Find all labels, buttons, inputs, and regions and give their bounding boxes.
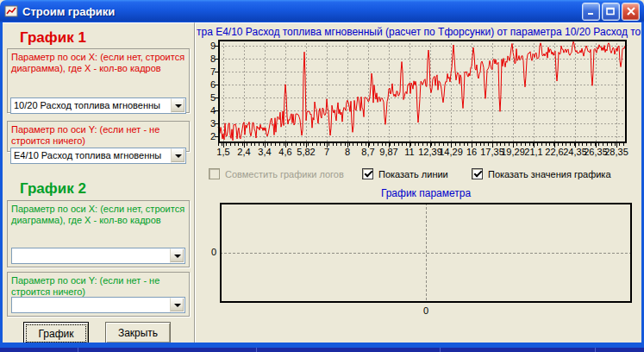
main-chart-plot [218, 40, 627, 149]
graph2-heading: График 2 [20, 180, 86, 198]
plot-button-label: График [26, 324, 86, 343]
app-icon [4, 4, 18, 18]
graph1-y-combobox-value: Е4/10 Расход топлива мгновенны [11, 148, 171, 163]
app-window: Строим графики График 1 Параметр по оси … [0, 0, 644, 352]
close-icon[interactable] [622, 3, 640, 21]
charts-area: тра Е4/10 Расход топлива мгновенный (рас… [196, 22, 641, 343]
chevron-down-icon[interactable] [171, 148, 185, 163]
close-dialog-button[interactable]: Закрыть [105, 322, 171, 343]
background-window-strip [0, 348, 644, 352]
x-tick-label: 2,4 [237, 147, 250, 157]
x-tick-label: 14,29 [439, 147, 463, 157]
minimize-button[interactable] [582, 3, 600, 21]
controls-panel: График 1 Параметр по оси X: (если нет, с… [3, 22, 195, 343]
y-tick-label: 2 [196, 131, 216, 141]
x-tick-label: 7 [324, 147, 329, 157]
graph1-x-combo-holder: 10/20 Расход топлива мгновенны [7, 96, 190, 116]
graph1-x-combobox-value: 10/20 Расход топлива мгновенны [11, 98, 171, 113]
x-tick-label: 19,29 [501, 147, 525, 157]
graph2-y-combobox[interactable] [11, 297, 185, 313]
y-tick-label: 9 [196, 41, 216, 51]
y-tick-label: 3 [196, 118, 216, 129]
param-chart-plot [220, 203, 632, 303]
chevron-down-icon[interactable] [170, 248, 184, 263]
checkbox-combine-logs-box [209, 168, 220, 179]
checkbox-show-lines-box[interactable] [362, 168, 373, 179]
x-tick-label: 21,1 [524, 147, 542, 157]
checkbox-combine-logs: Совместить графики логов [209, 167, 344, 180]
x-tick-label: 8 [345, 147, 350, 157]
y-tick-label: 4 [196, 105, 216, 116]
x-tick-label: 3,4 [258, 147, 271, 157]
x-tick-label: 5,82 [297, 147, 315, 157]
graph2-x-group: Параметр по оси X: (если нет, строится д… [7, 200, 190, 267]
titlebar[interactable]: Строим графики [0, 0, 644, 22]
x-tick-label: 4,6 [278, 147, 291, 157]
chevron-down-icon[interactable] [170, 298, 184, 312]
chevron-down-icon[interactable] [171, 98, 185, 113]
graph2-x-combobox[interactable] [11, 248, 185, 264]
main-chart-title: тра Е4/10 Расход топлива мгновенный (рас… [197, 26, 641, 38]
checkbox-show-values[interactable]: Показать значения графика [472, 167, 611, 180]
graph2-y-combobox-value [12, 298, 170, 312]
graph2-x-combobox-value [12, 248, 170, 263]
y-tick-label: 5 [196, 92, 216, 103]
graph1-x-combobox[interactable]: 10/20 Расход топлива мгновенны [10, 97, 186, 114]
window-title: Строим графики [22, 5, 580, 18]
x-tick-label: 1,5 [216, 147, 229, 157]
checkbox-combine-logs-label: Совместить графики логов [225, 169, 344, 179]
window-left-border [0, 22, 3, 343]
checkbox-show-values-label: Показать значения графика [488, 169, 611, 179]
plot-button[interactable]: График [23, 322, 89, 343]
y-tick-label: 6 [196, 79, 216, 90]
x-tick-label: 8,7 [361, 147, 374, 157]
graph2-y-label: Параметр по оси Y: (если нет - не строит… [8, 273, 189, 298]
x-tick-label: 28,35 [604, 147, 628, 157]
param-chart-y-zero-label: 0 [203, 247, 216, 257]
x-tick-label: 22,6 [545, 147, 563, 157]
graph2-y-group: Параметр по оси Y: (если нет - не строит… [7, 272, 190, 317]
param-chart-title: График параметра [220, 187, 632, 199]
param-chart-x-zero-label: 0 [419, 305, 433, 316]
graph1-y-label: Параметр по оси Y: (если нет - не строит… [8, 122, 189, 147]
checkbox-show-lines[interactable]: Показать линии [362, 167, 448, 180]
graph1-y-combo-holder: Е4/10 Расход топлива мгновенны [7, 146, 190, 167]
graph2-x-label: Параметр по оси X: (если нет, строится д… [8, 201, 189, 226]
graph1-y-combobox[interactable]: Е4/10 Расход топлива мгновенны [10, 148, 186, 164]
graph1-heading: График 1 [20, 29, 86, 47]
close-dialog-button-label: Закрыть [108, 324, 168, 341]
x-tick-label: 16 [466, 147, 477, 157]
checkbox-show-values-box[interactable] [472, 168, 483, 179]
maximize-button[interactable] [602, 3, 620, 21]
checkbox-show-lines-label: Показать линии [378, 169, 448, 179]
x-tick-label: 9,87 [379, 147, 397, 157]
graph1-x-label: Параметр по оси X: (если нет, строится д… [8, 49, 189, 74]
y-tick-label: 7 [196, 66, 216, 77]
y-tick-label: 8 [196, 53, 216, 64]
x-tick-label: 11 [404, 147, 414, 157]
